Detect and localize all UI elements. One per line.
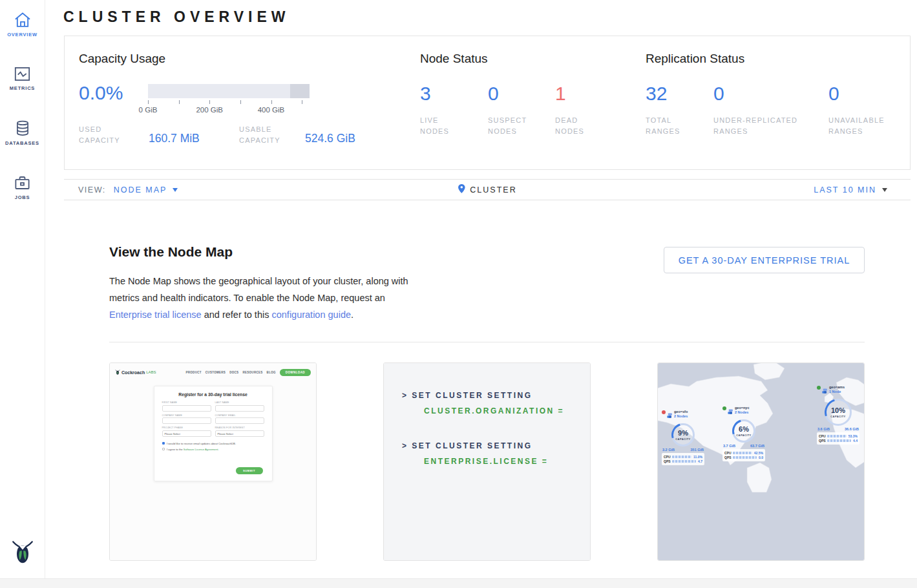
capacity-gauge-bar bbox=[148, 84, 310, 98]
under-replicated-ranges-value: 0 bbox=[713, 83, 828, 104]
gauge-tick-label: 400 GiB bbox=[258, 106, 285, 114]
form-title: Register for a 30-day trial license bbox=[162, 392, 264, 397]
section-description: The Node Map shows the geographical layo… bbox=[109, 273, 426, 323]
enterprise-trial-button[interactable]: GET A 30-DAY ENTERPRISE TRIAL bbox=[664, 247, 865, 273]
dead-nodes-metric: 1 DEADNODES bbox=[555, 83, 584, 137]
total-ranges-metric: 32 TOTALRANGES bbox=[646, 83, 713, 137]
sql-commands-illustration: > SET CLUSTER SETTING CLUSTER.ORGANIZATI… bbox=[384, 363, 590, 560]
replication-status-section: Replication Status 32 TOTALRANGES 0 UNDE… bbox=[646, 36, 910, 169]
sidebar-item-databases[interactable]: DATABASES bbox=[0, 120, 45, 146]
database-icon bbox=[0, 120, 45, 137]
sidebar-item-overview[interactable]: OVERVIEW bbox=[0, 12, 45, 37]
submit-button: SUBMIT bbox=[236, 467, 263, 474]
suspect-nodes-value: 0 bbox=[488, 83, 555, 104]
sidebar-item-label: DATABASES bbox=[0, 140, 45, 146]
step1-card: Cockroach LABS PRODUCTCUSTOMERSDOCSRESOU… bbox=[109, 362, 317, 561]
node-status-section: Node Status 3 LIVENODES 0 SUSPECTNODES 1… bbox=[420, 36, 646, 169]
locality-ams: geo=ams 1 Node 10% CAPACITY 3.6 GiB36.6 … bbox=[817, 385, 859, 445]
briefcase-icon bbox=[0, 174, 45, 191]
view-label: VIEW: bbox=[78, 185, 106, 194]
capacity-ring: 6% CAPACITY bbox=[732, 419, 755, 443]
metrics-chart-icon bbox=[0, 66, 45, 82]
view-selected-value: NODE MAP bbox=[114, 185, 167, 194]
cluster-breadcrumb: CLUSTER bbox=[458, 184, 516, 196]
view-bar: VIEW: NODE MAP CLUSTER LAST 10 MIN bbox=[64, 179, 911, 200]
step2-caption: Step 2: Activate the trial license with … bbox=[384, 560, 590, 561]
home-icon bbox=[0, 12, 45, 28]
sidebar-item-metrics[interactable]: METRICS bbox=[0, 66, 45, 91]
total-ranges-value: 32 bbox=[646, 83, 713, 104]
location-pin-icon bbox=[458, 184, 465, 196]
usable-capacity-label: USABLECAPACITY bbox=[239, 124, 305, 146]
checkbox-unchecked bbox=[162, 448, 165, 451]
footer-strip bbox=[0, 578, 917, 588]
usable-capacity-value: 524.6 GiB bbox=[305, 132, 355, 146]
page-title: CLUSTER OVERVIEW bbox=[63, 8, 917, 26]
chevron-down-icon bbox=[173, 188, 178, 192]
checkbox-checked bbox=[162, 442, 165, 445]
capacity-used-percent: 0.0% bbox=[79, 83, 148, 115]
nodes-icon bbox=[728, 406, 733, 417]
cluster-label: CLUSTER bbox=[470, 185, 516, 194]
capacity-ring: 10% CAPACITY bbox=[825, 399, 852, 426]
chevron-down-icon bbox=[882, 188, 887, 192]
time-range-dropdown[interactable]: LAST 10 MIN bbox=[806, 185, 911, 194]
time-range-value: LAST 10 MIN bbox=[814, 185, 876, 194]
sidebar-item-label: JOBS bbox=[0, 194, 45, 200]
site-nav: PRODUCTCUSTOMERSDOCSRESOURCESBLOG DOWNLO… bbox=[185, 369, 311, 376]
divider bbox=[109, 342, 865, 342]
node-map-preview: geo=sfo 2 Nodes 9% CAPACITY 3.2 GiB351 G… bbox=[658, 363, 864, 560]
trial-registration-form: Register for a 30-day trial license FIRS… bbox=[154, 386, 273, 481]
section-title: View the Node Map bbox=[109, 244, 233, 260]
sidebar-item-label: OVERVIEW bbox=[0, 32, 45, 37]
gauge-tick-label: 200 GiB bbox=[196, 106, 223, 114]
company-name-field bbox=[162, 417, 211, 424]
step1-caption: Step 1: Get a trial license delivered st… bbox=[110, 560, 316, 561]
enterprise-trial-license-link[interactable]: Enterprise trial license bbox=[109, 310, 202, 320]
used-capacity-value: 160.7 MiB bbox=[149, 132, 239, 146]
last-name-field bbox=[215, 405, 264, 412]
dead-nodes-value: 1 bbox=[555, 83, 584, 104]
main-content: CLUSTER OVERVIEW Capacity Usage 0.0% 0 G… bbox=[46, 0, 917, 578]
locality-nyc: geo=nyc 2 Nodes 6% CAPACITY 3.7 GiB63.7 … bbox=[722, 406, 765, 461]
cockroach-labs-logo: Cockroach LABS bbox=[115, 369, 156, 375]
company-email-field bbox=[215, 417, 264, 424]
node-map-panel: View the Node Map The Node Map shows the… bbox=[64, 200, 911, 578]
cockroachdb-logo bbox=[11, 538, 34, 568]
step3-card: geo=sfo 2 Nodes 9% CAPACITY 3.2 GiB351 G… bbox=[657, 362, 865, 561]
live-nodes-value: 3 bbox=[420, 83, 488, 104]
node-status-title: Node Status bbox=[420, 52, 646, 66]
live-status-icon bbox=[817, 386, 821, 390]
sidebar-item-label: METRICS bbox=[0, 85, 45, 91]
view-selector-dropdown[interactable]: VIEW: NODE MAP bbox=[64, 185, 178, 194]
registration-site-screenshot: Cockroach LABS PRODUCTCUSTOMERSDOCSRESOU… bbox=[110, 363, 316, 560]
cluster-summary-panel: Capacity Usage 0.0% 0 GiB 200 GiB 400 Gi… bbox=[64, 36, 911, 170]
project-phase-select: Please Select bbox=[162, 430, 211, 437]
gauge-tick-label: 0 GiB bbox=[139, 106, 158, 114]
dead-status-icon bbox=[662, 410, 666, 414]
nodes-icon bbox=[822, 385, 828, 397]
live-nodes-metric: 3 LIVENODES bbox=[420, 83, 488, 137]
used-capacity-label: USEDCAPACITY bbox=[79, 124, 149, 146]
under-replicated-ranges-metric: 0 UNDER-REPLICATEDRANGES bbox=[713, 83, 828, 137]
step2-card: > SET CLUSTER SETTING CLUSTER.ORGANIZATI… bbox=[383, 362, 591, 561]
capacity-ring: 9% CAPACITY bbox=[671, 423, 695, 446]
step3-caption: Step 3: Refer this configuration guide t… bbox=[658, 560, 864, 561]
sidebar: OVERVIEW METRICS DATABASES bbox=[0, 0, 45, 578]
download-button: DOWNLOAD bbox=[280, 369, 311, 376]
unavailable-ranges-value: 0 bbox=[828, 83, 885, 104]
replication-status-title: Replication Status bbox=[646, 52, 910, 66]
nodes-icon bbox=[667, 410, 673, 421]
suspect-nodes-metric: 0 SUSPECTNODES bbox=[488, 83, 555, 137]
capacity-usage-title: Capacity Usage bbox=[79, 52, 420, 66]
capacity-usage-section: Capacity Usage 0.0% 0 GiB 200 GiB 400 Gi… bbox=[65, 36, 420, 169]
locality-sfo: geo=sfo 2 Nodes 9% CAPACITY 3.2 GiB351 G… bbox=[662, 410, 704, 465]
reason-select: Please Select bbox=[215, 430, 264, 437]
capacity-gauge: 0 GiB 200 GiB 400 GiB bbox=[148, 84, 310, 115]
first-name-field bbox=[162, 405, 211, 412]
live-status-icon bbox=[722, 406, 726, 410]
configuration-guide-link[interactable]: configuration guide bbox=[271, 310, 351, 320]
unavailable-ranges-metric: 0 UNAVAILABLERANGES bbox=[828, 83, 885, 137]
sidebar-item-jobs[interactable]: JOBS bbox=[0, 174, 45, 200]
